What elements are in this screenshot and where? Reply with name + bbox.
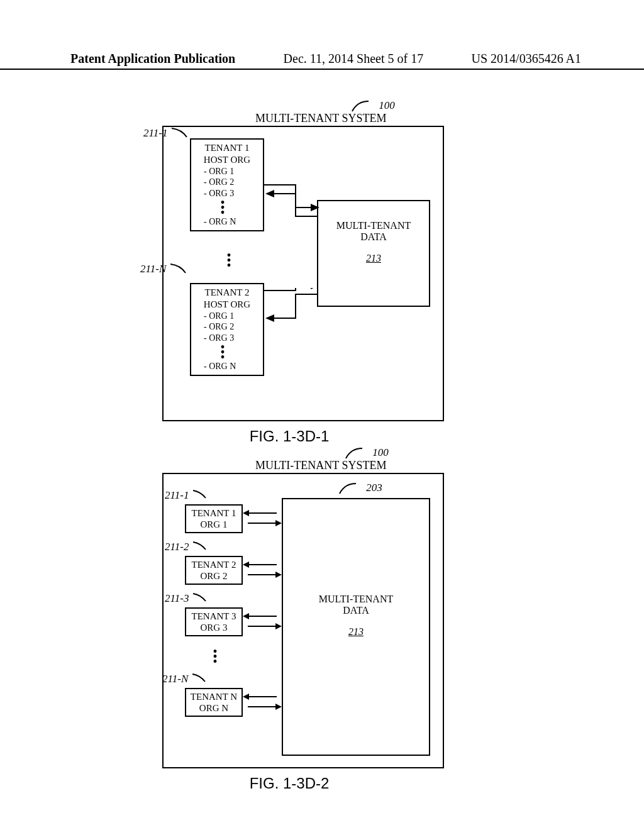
header-mid: Dec. 11, 2014 Sheet 5 of 17 <box>284 52 424 66</box>
figure-caption-2: FIG. 1-3D-2 <box>226 775 352 792</box>
tenant-box-n: TENANT N ORG N <box>185 688 243 717</box>
arrow-tenant1-to-data <box>264 182 321 220</box>
data-ref-2: 213 <box>348 626 364 638</box>
biarrow-icon <box>243 614 282 629</box>
tenant2-orgs: - ORG 1 - ORG 2 - ORG 3 ••• - ORG N <box>204 311 259 372</box>
tenant1-ref-label: 211-1 <box>143 127 189 140</box>
figure-1-3d-1: 100 MULTI-TENANT SYSTEM 211-1 TENANT 1 H… <box>162 107 444 421</box>
tenant-box-2: TENANT 2 ORG 2 <box>185 556 243 585</box>
tenant1-orgs: - ORG 1 - ORG 2 - ORG 3 ••• - ORG N <box>204 166 259 228</box>
dots-icon: ••• <box>216 345 229 360</box>
biarrow-icon <box>243 694 282 709</box>
tenant-box-1: TENANT 1 ORG 1 <box>185 504 243 533</box>
dots-icon: ••• <box>216 200 229 215</box>
tenant2-box: TENANT 2 HOST ORG - ORG 1 - ORG 2 - ORG … <box>190 283 264 376</box>
tenant-ref-2: 211-2 <box>165 541 208 553</box>
system-title-2: MULTI-TENANT SYSTEM <box>255 459 387 472</box>
system-ref-100-b: 100 <box>372 446 389 458</box>
multi-tenant-data-box: MULTI-TENANT DATA 213 <box>317 200 430 307</box>
header-left: Patent Application Publication <box>0 52 235 66</box>
dots-icon: ••• <box>223 253 235 268</box>
data-title-2: MULTI-TENANT DATA <box>283 594 429 616</box>
tenant1-box: TENANT 1 HOST ORG - ORG 1 - ORG 2 - ORG … <box>190 138 264 231</box>
system-title: MULTI-TENANT SYSTEM <box>255 112 387 125</box>
dots-icon: ••• <box>209 649 221 664</box>
biarrow-icon <box>243 511 282 526</box>
figure-1-3d-2: 100 MULTI-TENANT SYSTEM MULTI-TENANT DAT… <box>162 454 444 768</box>
tenant2-host: HOST ORG <box>195 299 259 311</box>
tenant-ref-n: 211-N <box>162 673 208 685</box>
page-header: Patent Application Publication Dec. 11, … <box>0 52 644 70</box>
system-ref-100: 100 <box>379 99 395 111</box>
tenant2-name: TENANT 2 <box>195 287 259 299</box>
system-ref-label-2: 100 <box>345 446 389 460</box>
figure-caption-1: FIG. 1-3D-1 <box>226 428 352 445</box>
tenant-box-3: TENANT 3 ORG 3 <box>185 607 243 636</box>
data-box-ref-203: 203 <box>338 482 382 495</box>
tenant-ref-3: 211-3 <box>165 592 208 605</box>
arrow-tenant2-to-data <box>264 288 321 326</box>
multi-tenant-data-box-2: MULTI-TENANT DATA 213 <box>282 498 430 756</box>
tenant1-host: HOST ORG <box>195 154 259 166</box>
data-title: MULTI-TENANT DATA <box>318 220 429 243</box>
tenant1-name: TENANT 1 <box>195 142 259 154</box>
header-right: US 2014/0365426 A1 <box>472 52 644 66</box>
biarrow-icon <box>243 562 282 577</box>
tenantN-ref-label: 211-N <box>140 263 188 275</box>
system-ref-label: 100 <box>351 99 395 113</box>
data-ref: 213 <box>366 253 381 264</box>
tenant-ref-1: 211-1 <box>165 489 208 502</box>
